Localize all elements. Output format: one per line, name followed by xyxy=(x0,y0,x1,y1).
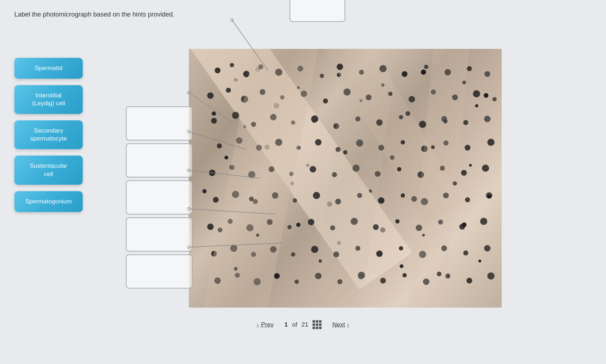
drop-zone-top[interactable] xyxy=(290,0,345,22)
grid-view-icon[interactable] xyxy=(313,320,322,329)
navigation-bar: ‹ Prev 1 of 21 Next › xyxy=(14,315,592,335)
grid-dot-4 xyxy=(313,323,315,326)
current-page: 1 xyxy=(284,321,288,328)
page-container: Label the photomicrograph based on the h… xyxy=(0,0,606,364)
label-spermatid[interactable]: Spermatid xyxy=(14,58,83,79)
grid-dot-6 xyxy=(319,323,322,326)
svg-point-129 xyxy=(231,19,233,22)
prev-chevron-icon: ‹ xyxy=(257,322,259,328)
page-info: 1 of 21 xyxy=(284,320,322,329)
next-button[interactable]: Next › xyxy=(332,321,349,328)
main-content: Spermatid Interstitial (Leydig) cell Sec… xyxy=(14,29,592,308)
total-pages: 21 xyxy=(301,321,308,328)
drop-zone-3[interactable] xyxy=(126,180,192,215)
grid-dot-1 xyxy=(313,320,315,323)
image-area xyxy=(189,49,502,308)
label-sustentacular[interactable]: Sustentacular cell xyxy=(14,156,83,184)
drop-zone-2[interactable] xyxy=(126,143,192,178)
grid-dot-3 xyxy=(319,320,322,323)
drop-zones-column xyxy=(126,106,192,291)
label-secondary[interactable]: Secondary spermatocyte xyxy=(14,120,83,149)
labels-column: Spermatid Interstitial (Leydig) cell Sec… xyxy=(14,58,83,212)
grid-dot-8 xyxy=(316,327,318,329)
grid-dot-9 xyxy=(319,327,322,329)
grid-dot-7 xyxy=(313,327,315,329)
label-interstitial[interactable]: Interstitial (Leydig) cell xyxy=(14,85,83,114)
prev-label: Prev xyxy=(261,321,274,328)
label-spermatogonium[interactable]: Spermatogonium xyxy=(14,191,83,212)
prev-button[interactable]: ‹ Prev xyxy=(257,321,273,328)
grid-dot-2 xyxy=(316,320,318,323)
photomicrograph xyxy=(189,49,502,308)
drop-zone-1[interactable] xyxy=(126,106,192,140)
drop-zone-5[interactable] xyxy=(126,254,192,289)
grid-dot-5 xyxy=(316,323,318,326)
next-label: Next xyxy=(332,321,345,328)
page-separator: of xyxy=(292,321,297,328)
next-chevron-icon: › xyxy=(347,322,349,328)
drop-zone-4[interactable] xyxy=(126,217,192,252)
